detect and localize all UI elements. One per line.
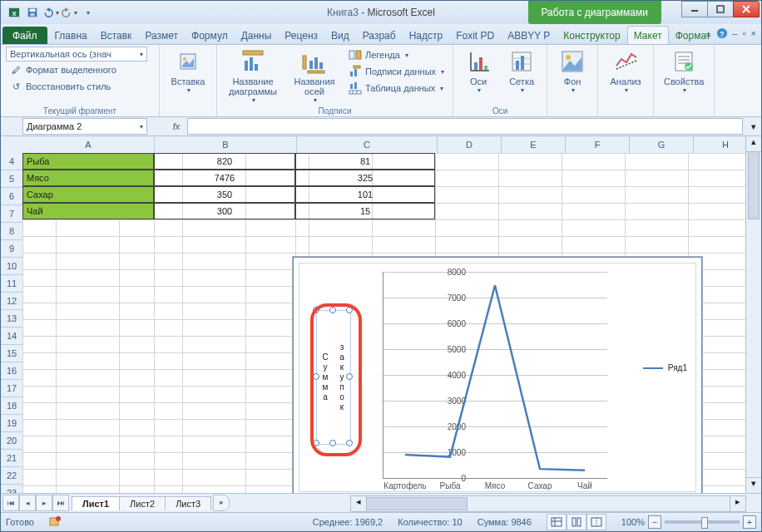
cell[interactable]: Мясо: [22, 170, 154, 186]
row-header[interactable]: 5: [1, 170, 23, 188]
first-sheet-button[interactable]: ⏮: [2, 495, 19, 511]
doc-minimize-icon[interactable]: –: [733, 28, 738, 38]
horizontal-scrollbar[interactable]: ◂ ▸: [350, 495, 746, 512]
axes-button[interactable]: Оси▾: [458, 47, 498, 96]
row-header[interactable]: 19: [1, 415, 23, 432]
cell[interactable]: Сахар: [22, 186, 154, 203]
cell[interactable]: 820: [154, 153, 295, 170]
chart-series-line[interactable]: [405, 285, 585, 470]
tab-разраб[interactable]: Разраб: [356, 26, 403, 44]
undo-icon[interactable]: ▾: [42, 4, 59, 21]
expand-formula-icon[interactable]: ▾: [746, 121, 761, 132]
name-box[interactable]: Диаграмма 2▾: [22, 118, 147, 135]
row-header[interactable]: 17: [1, 380, 23, 397]
tab-abbyy p[interactable]: ABBYY P: [501, 26, 557, 44]
zoom-level[interactable]: 100%: [621, 517, 645, 527]
doc-close-icon[interactable]: ×: [751, 28, 756, 38]
formula-input[interactable]: [187, 118, 743, 135]
sheet-tab[interactable]: Лист2: [119, 496, 166, 510]
row-header[interactable]: 7: [1, 205, 23, 223]
minimize-ribbon-icon[interactable]: ▵: [706, 28, 711, 39]
row-header[interactable]: 20: [1, 432, 23, 450]
insert-button[interactable]: Вставка▾: [165, 47, 211, 96]
selection-handle[interactable]: [329, 440, 336, 446]
selection-handle[interactable]: [346, 373, 353, 380]
normal-view-button[interactable]: [547, 514, 567, 530]
col-header[interactable]: E: [502, 136, 566, 154]
selection-handle[interactable]: [346, 307, 353, 313]
row-header[interactable]: 16: [1, 362, 23, 380]
row-header[interactable]: 23: [1, 485, 23, 493]
next-sheet-button[interactable]: ▸: [36, 495, 52, 511]
gridlines-button[interactable]: Сетка▾: [502, 47, 542, 96]
selection-handle[interactable]: [313, 440, 319, 446]
cell[interactable]: 81: [295, 153, 435, 170]
cell[interactable]: 300: [154, 203, 295, 219]
row-header[interactable]: 11: [1, 275, 23, 293]
data-table-button[interactable]: Таблица данных▾: [345, 80, 448, 96]
cell[interactable]: 15: [295, 203, 435, 219]
page-break-view-button[interactable]: [586, 514, 606, 530]
data-labels-button[interactable]: Подписи данных▾: [345, 63, 448, 80]
col-header[interactable]: G: [630, 136, 694, 154]
prev-sheet-button[interactable]: ◂: [19, 495, 36, 511]
save-icon[interactable]: [24, 4, 41, 21]
minimize-button[interactable]: [681, 1, 708, 17]
tab-надстр[interactable]: Надстр: [403, 26, 450, 44]
reset-style-button[interactable]: ↺Восстановить стиль: [6, 78, 154, 95]
excel-icon[interactable]: X: [6, 4, 22, 21]
row-header[interactable]: 15: [1, 345, 23, 362]
row-header[interactable]: 14: [1, 328, 23, 345]
row-header[interactable]: 12: [1, 293, 23, 310]
col-header[interactable]: F: [566, 136, 630, 154]
tab-вид[interactable]: Вид: [324, 26, 356, 44]
maximize-button[interactable]: [707, 1, 734, 17]
vertical-scrollbar[interactable]: ▴ ▾: [745, 136, 761, 493]
tab-формул[interactable]: Формул: [185, 26, 235, 44]
row-header[interactable]: 21: [1, 450, 23, 467]
legend-button[interactable]: Легенда▾: [345, 47, 448, 63]
col-header[interactable]: D: [438, 136, 502, 154]
tab-главна[interactable]: Главна: [48, 26, 94, 44]
zoom-out-button[interactable]: −: [648, 515, 661, 529]
tab-foxit pd[interactable]: Foxit PD: [449, 26, 501, 44]
chart-legend[interactable]: Ряд1: [643, 363, 687, 372]
tab-размет[interactable]: Размет: [138, 26, 185, 44]
page-layout-view-button[interactable]: [567, 514, 586, 530]
row-header[interactable]: 4: [1, 153, 23, 170]
axis-titles-button[interactable]: Названия осей▾: [287, 47, 342, 106]
row-header[interactable]: 18: [1, 397, 23, 415]
cell[interactable]: 7476: [154, 170, 295, 186]
cell[interactable]: Рыба: [22, 153, 154, 170]
row-header[interactable]: 8: [1, 223, 23, 240]
fx-icon[interactable]: fx: [169, 119, 184, 134]
sheet-tab[interactable]: Лист1: [72, 496, 120, 510]
sheet-tab[interactable]: Лист3: [165, 496, 211, 510]
tab-вставк[interactable]: Вставк: [94, 26, 139, 44]
doc-restore-icon[interactable]: ▫: [743, 28, 746, 38]
tab-реценз[interactable]: Реценз: [278, 26, 324, 44]
cell[interactable]: 325: [295, 170, 435, 186]
selection-handle[interactable]: [329, 307, 336, 313]
chart-title-button[interactable]: Название диаграммы▾: [222, 47, 284, 106]
row-header[interactable]: 10: [1, 258, 23, 275]
chart-object[interactable]: 010002000300040005000600070008000Картофе…: [293, 257, 702, 493]
col-header[interactable]: A: [22, 136, 155, 154]
worksheet[interactable]: ABCDEFGHI 456789101112131415161718192021…: [1, 136, 761, 493]
background-button[interactable]: Фон▾: [552, 47, 592, 96]
cell[interactable]: Чай: [22, 203, 154, 219]
close-button[interactable]: [733, 1, 760, 17]
redo-icon[interactable]: ▾: [61, 4, 77, 21]
macro-record-icon[interactable]: [49, 515, 61, 529]
select-all-corner[interactable]: [1, 136, 23, 154]
col-header[interactable]: C: [297, 136, 438, 154]
zoom-slider[interactable]: [665, 520, 740, 524]
selection-handle[interactable]: [346, 440, 353, 446]
row-header[interactable]: 22: [1, 467, 23, 485]
zoom-in-button[interactable]: +: [743, 515, 756, 529]
tab-данны[interactable]: Данны: [235, 26, 279, 44]
tab-конструктор[interactable]: Конструктор: [557, 26, 626, 44]
row-header[interactable]: 6: [1, 188, 23, 205]
cell[interactable]: 101: [295, 186, 435, 203]
file-tab[interactable]: Файл: [2, 27, 47, 44]
